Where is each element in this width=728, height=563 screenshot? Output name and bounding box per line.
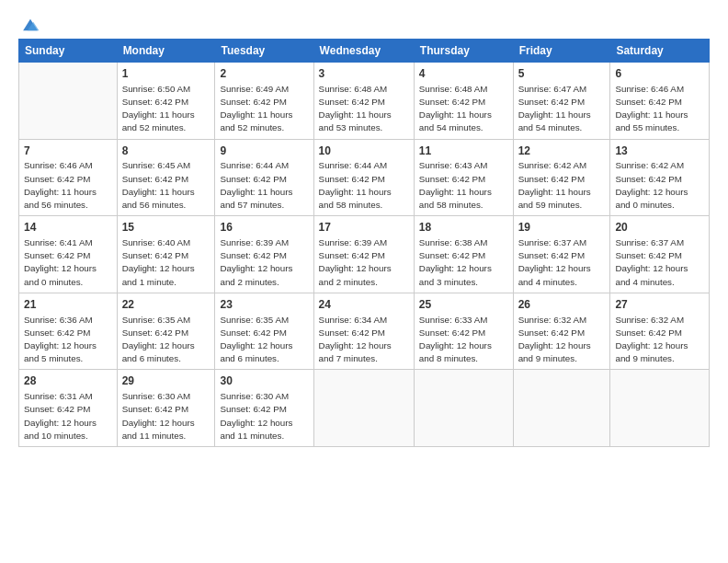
weekday-header: Wednesday [313, 40, 414, 63]
day-number: 9 [220, 144, 308, 159]
calendar-cell: 12Sunrise: 6:42 AM Sunset: 6:42 PM Dayli… [513, 139, 610, 216]
logo [18, 17, 40, 31]
calendar-cell: 9Sunrise: 6:44 AM Sunset: 6:42 PM Daylig… [215, 139, 313, 216]
weekday-header: Thursday [414, 40, 513, 63]
calendar-cell [610, 370, 710, 447]
day-info: Sunrise: 6:48 AM Sunset: 6:42 PM Dayligh… [319, 83, 409, 135]
day-number: 6 [615, 66, 704, 82]
day-info: Sunrise: 6:37 AM Sunset: 6:42 PM Dayligh… [615, 236, 704, 289]
day-number: 26 [518, 297, 606, 313]
calendar-cell: 26Sunrise: 6:32 AM Sunset: 6:42 PM Dayli… [513, 293, 610, 370]
calendar-cell: 10Sunrise: 6:44 AM Sunset: 6:42 PM Dayli… [313, 139, 414, 216]
calendar-cell: 22Sunrise: 6:35 AM Sunset: 6:42 PM Dayli… [117, 293, 215, 370]
day-info: Sunrise: 6:44 AM Sunset: 6:42 PM Dayligh… [220, 159, 308, 212]
day-info: Sunrise: 6:32 AM Sunset: 6:42 PM Dayligh… [518, 314, 606, 366]
day-number: 21 [24, 297, 112, 313]
day-number: 19 [518, 220, 606, 236]
weekday-header: Tuesday [215, 40, 313, 63]
day-number: 16 [220, 220, 308, 236]
day-info: Sunrise: 6:35 AM Sunset: 6:42 PM Dayligh… [220, 314, 308, 366]
day-info: Sunrise: 6:30 AM Sunset: 6:42 PM Dayligh… [122, 390, 210, 442]
day-number: 10 [319, 144, 409, 159]
calendar-cell: 19Sunrise: 6:37 AM Sunset: 6:42 PM Dayli… [513, 216, 610, 293]
day-info: Sunrise: 6:47 AM Sunset: 6:42 PM Dayligh… [518, 83, 606, 135]
day-number: 30 [220, 373, 308, 389]
day-info: Sunrise: 6:33 AM Sunset: 6:42 PM Dayligh… [419, 314, 508, 366]
weekday-header: Saturday [610, 40, 710, 63]
day-number: 14 [24, 220, 112, 236]
day-info: Sunrise: 6:37 AM Sunset: 6:42 PM Dayligh… [518, 236, 606, 289]
day-number: 11 [419, 144, 508, 159]
day-info: Sunrise: 6:30 AM Sunset: 6:42 PM Dayligh… [220, 390, 308, 442]
day-info: Sunrise: 6:36 AM Sunset: 6:42 PM Dayligh… [24, 314, 112, 366]
day-number: 15 [122, 220, 210, 236]
calendar-cell [19, 63, 118, 140]
day-info: Sunrise: 6:34 AM Sunset: 6:42 PM Dayligh… [319, 314, 409, 366]
day-info: Sunrise: 6:43 AM Sunset: 6:42 PM Dayligh… [419, 159, 508, 212]
day-info: Sunrise: 6:44 AM Sunset: 6:42 PM Dayligh… [319, 159, 409, 212]
day-number: 23 [220, 297, 308, 313]
day-info: Sunrise: 6:45 AM Sunset: 6:42 PM Dayligh… [122, 159, 210, 212]
day-number: 25 [419, 297, 508, 313]
day-info: Sunrise: 6:31 AM Sunset: 6:42 PM Dayligh… [24, 390, 112, 442]
day-info: Sunrise: 6:40 AM Sunset: 6:42 PM Dayligh… [122, 236, 210, 289]
day-number: 27 [615, 297, 704, 313]
day-info: Sunrise: 6:38 AM Sunset: 6:42 PM Dayligh… [419, 236, 508, 289]
day-info: Sunrise: 6:42 AM Sunset: 6:42 PM Dayligh… [518, 159, 606, 212]
day-number: 20 [615, 220, 704, 236]
day-number: 8 [122, 144, 210, 159]
day-number: 29 [122, 373, 210, 389]
day-info: Sunrise: 6:42 AM Sunset: 6:42 PM Dayligh… [615, 159, 704, 212]
day-info: Sunrise: 6:46 AM Sunset: 6:42 PM Dayligh… [24, 159, 112, 212]
calendar-cell: 29Sunrise: 6:30 AM Sunset: 6:42 PM Dayli… [117, 370, 215, 447]
day-number: 3 [319, 66, 409, 82]
calendar-cell: 28Sunrise: 6:31 AM Sunset: 6:42 PM Dayli… [19, 370, 118, 447]
weekday-header: Sunday [19, 40, 118, 63]
calendar-cell: 1Sunrise: 6:50 AM Sunset: 6:42 PM Daylig… [117, 63, 215, 140]
day-number: 5 [518, 66, 606, 82]
calendar-cell: 8Sunrise: 6:45 AM Sunset: 6:42 PM Daylig… [117, 139, 215, 216]
calendar: SundayMondayTuesdayWednesdayThursdayFrid… [18, 39, 710, 447]
weekday-header: Friday [513, 40, 610, 63]
day-number: 13 [615, 144, 704, 159]
calendar-cell: 30Sunrise: 6:30 AM Sunset: 6:42 PM Dayli… [215, 370, 313, 447]
calendar-cell: 14Sunrise: 6:41 AM Sunset: 6:42 PM Dayli… [19, 216, 118, 293]
calendar-cell: 4Sunrise: 6:48 AM Sunset: 6:42 PM Daylig… [414, 63, 513, 140]
day-number: 17 [319, 220, 409, 236]
day-number: 18 [419, 220, 508, 236]
calendar-cell: 16Sunrise: 6:39 AM Sunset: 6:42 PM Dayli… [215, 216, 313, 293]
day-info: Sunrise: 6:39 AM Sunset: 6:42 PM Dayligh… [319, 236, 409, 289]
day-info: Sunrise: 6:35 AM Sunset: 6:42 PM Dayligh… [122, 314, 210, 366]
calendar-header-row: SundayMondayTuesdayWednesdayThursdayFrid… [19, 40, 710, 63]
weekday-header: Monday [117, 40, 215, 63]
calendar-week-row: 28Sunrise: 6:31 AM Sunset: 6:42 PM Dayli… [19, 370, 710, 447]
calendar-cell: 13Sunrise: 6:42 AM Sunset: 6:42 PM Dayli… [610, 139, 710, 216]
calendar-week-row: 7Sunrise: 6:46 AM Sunset: 6:42 PM Daylig… [19, 139, 710, 216]
day-number: 24 [319, 297, 409, 313]
day-number: 2 [220, 66, 308, 82]
calendar-cell: 25Sunrise: 6:33 AM Sunset: 6:42 PM Dayli… [414, 293, 513, 370]
calendar-cell: 7Sunrise: 6:46 AM Sunset: 6:42 PM Daylig… [19, 139, 118, 216]
day-number: 12 [518, 144, 606, 159]
day-info: Sunrise: 6:39 AM Sunset: 6:42 PM Dayligh… [220, 236, 308, 289]
calendar-cell [513, 370, 610, 447]
header [18, 17, 710, 31]
calendar-cell: 17Sunrise: 6:39 AM Sunset: 6:42 PM Dayli… [313, 216, 414, 293]
day-number: 28 [24, 373, 112, 389]
day-number: 7 [24, 144, 112, 159]
calendar-cell [414, 370, 513, 447]
calendar-cell: 11Sunrise: 6:43 AM Sunset: 6:42 PM Dayli… [414, 139, 513, 216]
calendar-cell: 5Sunrise: 6:47 AM Sunset: 6:42 PM Daylig… [513, 63, 610, 140]
calendar-week-row: 21Sunrise: 6:36 AM Sunset: 6:42 PM Dayli… [19, 293, 710, 370]
day-info: Sunrise: 6:49 AM Sunset: 6:42 PM Dayligh… [220, 83, 308, 135]
day-number: 1 [122, 66, 210, 82]
calendar-cell: 3Sunrise: 6:48 AM Sunset: 6:42 PM Daylig… [313, 63, 414, 140]
calendar-week-row: 14Sunrise: 6:41 AM Sunset: 6:42 PM Dayli… [19, 216, 710, 293]
calendar-cell: 6Sunrise: 6:46 AM Sunset: 6:42 PM Daylig… [610, 63, 710, 140]
calendar-cell [313, 370, 414, 447]
calendar-cell: 24Sunrise: 6:34 AM Sunset: 6:42 PM Dayli… [313, 293, 414, 370]
day-info: Sunrise: 6:32 AM Sunset: 6:42 PM Dayligh… [615, 314, 704, 366]
day-number: 4 [419, 66, 508, 82]
calendar-cell: 15Sunrise: 6:40 AM Sunset: 6:42 PM Dayli… [117, 216, 215, 293]
logo-icon [20, 15, 40, 35]
